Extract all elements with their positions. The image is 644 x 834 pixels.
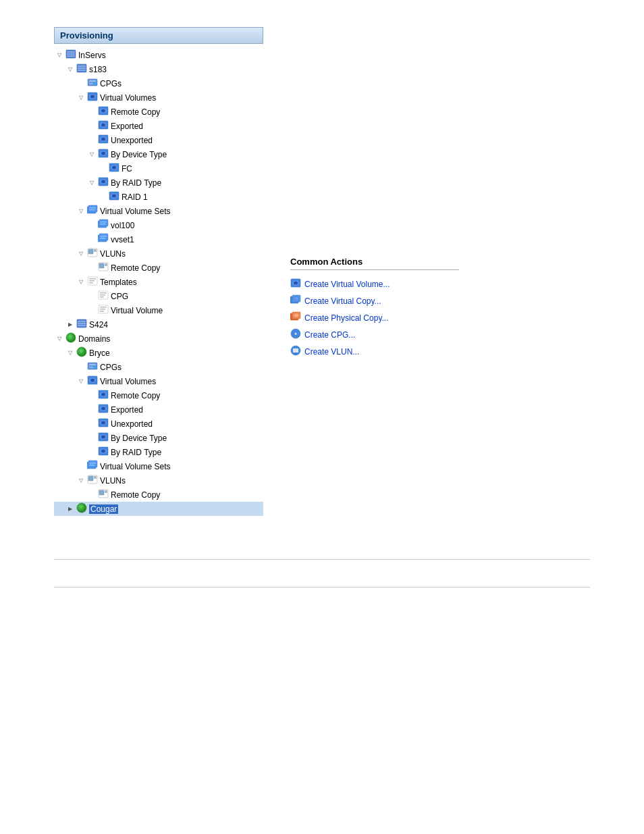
tree-icon-vv-s183 (85, 91, 100, 104)
tree-item-bydev-bryce[interactable]: By Device Type (54, 431, 263, 445)
bottom-divider (54, 559, 590, 560)
tree-toggle-vvsets-s183[interactable]: ▽ (77, 207, 85, 215)
tree-toggle-s424[interactable]: ▶ (66, 321, 74, 329)
tree-item-vol100-s183[interactable]: vol100 (54, 218, 263, 232)
svg-rect-2 (67, 53, 75, 55)
tree-item-vvsets-bryce[interactable]: Virtual Volume Sets (54, 459, 263, 473)
svg-point-88 (101, 407, 105, 411)
tree-icon-unexp-s183 (96, 134, 111, 147)
tree-icon-unexp-bryce (96, 417, 111, 430)
tree-item-unexp-s183[interactable]: Unexported (54, 133, 263, 147)
tree-toggle-cougar[interactable]: ▶ (66, 505, 74, 513)
tree-item-cpgs-s183[interactable]: CPGs (54, 76, 263, 90)
tree-toggle-byraid-s183[interactable]: ▽ (88, 179, 96, 187)
svg-rect-68 (78, 323, 86, 324)
tree-toggle-bryce[interactable]: ▽ (66, 349, 74, 357)
tree-label-tmpl-cpg-s183: CPG (111, 292, 128, 301)
action-item-create-cpg[interactable]: + Create CPG... (290, 326, 459, 343)
tree-toggle-vluns-bryce[interactable]: ▽ (77, 477, 85, 485)
tree-toggle-vluns-s183[interactable]: ▽ (77, 250, 85, 258)
tree-toggle-domains[interactable]: ▽ (55, 335, 63, 343)
tree-icon-vluns-bryce (85, 474, 100, 487)
tree-item-rc-bryce[interactable]: Remote Copy (54, 388, 263, 402)
tree-icon-vvsets-s183 (85, 205, 100, 217)
content-area: Provisioning ▽ InServs▽ s183 CPGs▽ Virtu… (0, 14, 644, 532)
tree-icon-vv-bryce (85, 375, 100, 388)
tree-icon-fc-s183 (107, 162, 122, 175)
tree-item-inservs[interactable]: ▽ InServs (54, 48, 263, 62)
vlun-action-icon: + (290, 345, 301, 356)
svg-rect-37 (88, 205, 97, 212)
vlun-icon (87, 247, 98, 258)
tree-label-byraid-s183: By RAID Type (111, 178, 161, 188)
tree-item-vluns-s183[interactable]: ▽ VLUNs (54, 246, 263, 261)
action-label-create-pc: Create Physical Copy... (304, 313, 389, 323)
tree-item-rc-s183[interactable]: Remote Copy (54, 105, 263, 119)
tree-item-unexp-bryce[interactable]: Unexported (54, 417, 263, 431)
tree-item-tmpl-s183[interactable]: ▽ Templates (54, 275, 263, 289)
tree-item-cpgs-bryce[interactable]: CPGs (54, 360, 263, 374)
tree-item-vluns-bryce[interactable]: ▽ VLUNs (54, 473, 263, 488)
svg-rect-60 (100, 294, 105, 296)
tree-toggle-vvsets-bryce (77, 463, 85, 471)
tree-toggle-tmpl-s183[interactable]: ▽ (77, 278, 85, 286)
action-label-create-vlun: Create VLUN... (304, 347, 359, 357)
tree-item-fc-s183[interactable]: FC (54, 161, 263, 176)
tree-item-vv-s183[interactable]: ▽ Virtual Volumes (54, 90, 263, 105)
vvset-icon (87, 460, 98, 471)
svg-rect-100 (89, 463, 96, 464)
tree-item-vv-bryce[interactable]: ▽ Virtual Volumes (54, 374, 263, 388)
svg-rect-106 (99, 490, 104, 495)
svg-rect-63 (100, 307, 107, 308)
vv-icon (87, 91, 98, 102)
vv-action-icon (290, 278, 301, 288)
svg-point-35 (112, 194, 116, 198)
tree-item-raid1-s183[interactable]: RAID 1 (54, 190, 263, 204)
tree-item-byraid-s183[interactable]: ▽ By RAID Type (54, 176, 263, 190)
tree: ▽ InServs▽ s183 CPGs▽ Virtual Volumes Re… (54, 45, 263, 519)
tree-item-vlun-rc-bryce[interactable]: Remote Copy (54, 488, 263, 502)
tree-item-tmpl-vv-s183[interactable]: Virtual Volume (54, 303, 263, 317)
action-item-create-vlun[interactable]: + Create VLUN... (290, 343, 459, 360)
action-item-create-vv[interactable]: Create Virtual Volume... (290, 276, 459, 292)
tree-toggle-vv-s183[interactable]: ▽ (77, 94, 85, 102)
tree-item-s424[interactable]: ▶ S424 (54, 317, 263, 332)
tree-item-exp-bryce[interactable]: Exported (54, 402, 263, 417)
svg-rect-55 (89, 278, 96, 280)
bottom-divider-2 (54, 587, 590, 588)
svg-point-91 (101, 421, 105, 425)
vv-icon (98, 432, 109, 442)
tree-label-bydev-s183: By Device Type (111, 150, 167, 159)
svg-rect-101 (89, 465, 95, 466)
left-panel: Provisioning ▽ InServs▽ s183 CPGs▽ Virtu… (54, 27, 263, 519)
tree-item-cougar[interactable]: ▶ Cougar (54, 502, 263, 516)
tree-item-vvsets-s183[interactable]: ▽ Virtual Volume Sets (54, 204, 263, 218)
tree-icon-tmpl-cpg-s183 (96, 290, 111, 303)
tree-toggle-inservs[interactable]: ▽ (55, 51, 63, 59)
svg-rect-45 (99, 234, 108, 240)
tree-item-domains[interactable]: ▽ Domains (54, 332, 263, 346)
tree-item-vvset1-s183[interactable]: vvset1 (54, 232, 263, 246)
svg-text:+: + (294, 351, 297, 355)
vlun-icon (87, 474, 98, 485)
vvset-icon (98, 233, 109, 244)
tree-item-vlun-rc-s183[interactable]: Remote Copy (54, 261, 263, 275)
tree-item-byraid-bryce[interactable]: By RAID Type (54, 445, 263, 459)
tree-label-raid1-s183: RAID 1 (122, 192, 148, 202)
tree-item-bydev-s183[interactable]: ▽ By Device Type (54, 147, 263, 161)
tree-item-bryce[interactable]: ▽ Bryce (54, 346, 263, 360)
tree-item-s183[interactable]: ▽ s183 (54, 62, 263, 76)
tree-label-vv-bryce: Virtual Volumes (100, 377, 156, 386)
right-panel: Common Actions Create Virtual Volume... … (290, 257, 459, 360)
action-item-create-vc[interactable]: Create Virtual Copy... (290, 292, 459, 309)
action-item-create-pc[interactable]: Create Physical Copy... (290, 309, 459, 326)
tree-toggle-s183[interactable]: ▽ (66, 66, 74, 74)
vv-icon (98, 417, 109, 428)
tree-item-exp-s183[interactable]: Exported (54, 119, 263, 133)
tree-toggle-vv-bryce[interactable]: ▽ (77, 377, 85, 386)
tree-toggle-bydev-s183[interactable]: ▽ (88, 151, 96, 159)
svg-point-26 (101, 152, 105, 155)
tree-label-rc-bryce: Remote Copy (111, 391, 160, 400)
tree-item-tmpl-cpg-s183[interactable]: CPG (54, 289, 263, 303)
vv-icon (98, 176, 109, 187)
